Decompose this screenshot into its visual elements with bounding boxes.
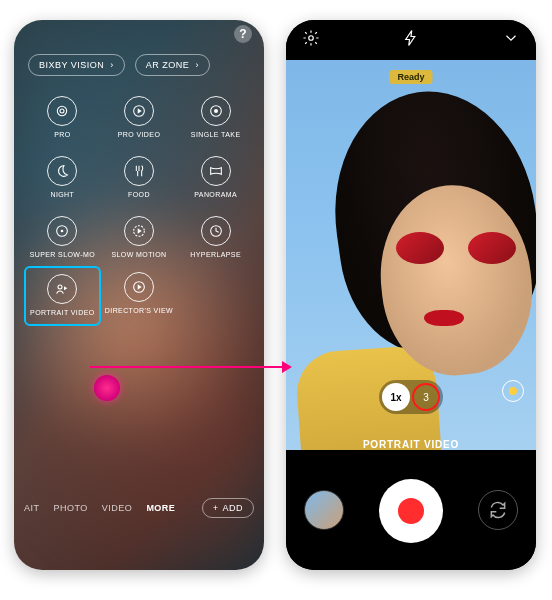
svg-point-11: [58, 285, 62, 289]
add-label: ADD: [222, 503, 243, 513]
flash-button[interactable]: [402, 29, 420, 51]
top-shortcuts: BIXBY VISION › AR ZONE ›: [14, 48, 264, 86]
mode-directors-view[interactable]: DIRECTOR'S VIEW: [101, 266, 178, 326]
mode-label: PORTRAIT VIDEO: [30, 309, 94, 316]
mode-portrait-video[interactable]: PORTRAIT VIDEO: [24, 266, 101, 326]
mode-hyperlapse[interactable]: HYPERLAPSE: [177, 210, 254, 266]
tap-indicator: [94, 375, 120, 401]
options-button[interactable]: [502, 29, 520, 51]
directors-view-icon: [124, 272, 154, 302]
mode-pro-video[interactable]: PRO VIDEO: [101, 90, 178, 146]
zoom-1x-button[interactable]: 1x: [382, 383, 410, 411]
mode-label: PRO: [54, 131, 70, 138]
mode-night[interactable]: NIGHT: [24, 150, 101, 206]
mode-panorama[interactable]: PANORAMA: [177, 150, 254, 206]
mode-tabs: AIT PHOTO VIDEO MORE + ADD: [14, 498, 264, 518]
svg-point-15: [309, 36, 314, 41]
current-mode-label: PORTRAIT VIDEO: [286, 439, 536, 450]
svg-marker-3: [138, 108, 142, 113]
mode-super-slow-mo[interactable]: SUPER SLOW-MO: [24, 210, 101, 266]
panorama-icon: [201, 156, 231, 186]
ready-badge: Ready: [389, 70, 432, 84]
camera-top-bar: [286, 20, 536, 60]
mode-label: PRO VIDEO: [118, 131, 161, 138]
mode-grid-row-1: PRO PRO VIDEO SINGLE TAKE: [14, 86, 264, 146]
svg-point-5: [214, 109, 218, 113]
zoom-3x-button[interactable]: 3: [412, 383, 440, 411]
mode-label: SUPER SLOW-MO: [30, 251, 95, 258]
mode-label: SINGLE TAKE: [191, 131, 241, 138]
effects-icon: [509, 387, 517, 395]
camera-bottom-bar: [286, 452, 536, 570]
svg-point-1: [60, 109, 64, 113]
pro-icon: [47, 96, 77, 126]
preview-subject: [424, 310, 464, 326]
pro-video-icon: [124, 96, 154, 126]
svg-marker-12: [64, 286, 67, 290]
zoom-selector: 1x 3: [379, 380, 443, 414]
slow-motion-icon: [124, 216, 154, 246]
portrait-video-icon: [47, 274, 77, 304]
switch-camera-icon: [488, 500, 508, 520]
hyperlapse-icon: [201, 216, 231, 246]
pill-label: BIXBY VISION: [39, 60, 104, 70]
plus-icon: +: [213, 503, 219, 513]
mode-label: FOOD: [128, 191, 150, 198]
tab-more[interactable]: MORE: [146, 503, 175, 513]
gallery-thumbnail[interactable]: [304, 490, 344, 530]
single-take-icon: [201, 96, 231, 126]
record-icon: [398, 498, 424, 524]
mode-grid-row-4: PORTRAIT VIDEO DIRECTOR'S VIEW: [14, 266, 264, 326]
preview-subject: [396, 232, 516, 268]
mode-pro[interactable]: PRO: [24, 90, 101, 146]
help-button[interactable]: ?: [234, 25, 252, 43]
ar-zone-button[interactable]: AR ZONE ›: [135, 54, 210, 76]
chevron-down-icon: [502, 29, 520, 47]
chevron-right-icon: ›: [110, 60, 114, 70]
svg-marker-9: [138, 228, 142, 233]
mode-grid-row-3: SUPER SLOW-MO SLOW MOTION HYPERLAPSE: [14, 206, 264, 266]
settings-button[interactable]: [302, 29, 320, 51]
mode-single-take[interactable]: SINGLE TAKE: [177, 90, 254, 146]
mode-grid-row-2: NIGHT FOOD PANORAMA: [14, 146, 264, 206]
gear-icon: [302, 29, 320, 47]
svg-point-0: [58, 106, 67, 115]
mode-label: NIGHT: [50, 191, 74, 198]
mode-slow-motion[interactable]: SLOW MOTION: [101, 210, 178, 266]
phone-right: Ready 1x 3 PORTRAIT VIDEO: [286, 20, 536, 570]
bixby-vision-button[interactable]: BIXBY VISION ›: [28, 54, 125, 76]
mode-label: SLOW MOTION: [112, 251, 167, 258]
mode-food[interactable]: FOOD: [101, 150, 178, 206]
shutter-button[interactable]: [379, 479, 443, 543]
svg-point-7: [61, 230, 64, 233]
mode-label: DIRECTOR'S VIEW: [105, 307, 173, 314]
switch-camera-button[interactable]: [478, 490, 518, 530]
tab-ait[interactable]: AIT: [24, 503, 40, 513]
chevron-right-icon: ›: [195, 60, 199, 70]
tab-photo[interactable]: PHOTO: [54, 503, 88, 513]
night-icon: [47, 156, 77, 186]
super-slowmo-icon: [47, 216, 77, 246]
add-mode-button[interactable]: + ADD: [202, 498, 254, 518]
food-icon: [124, 156, 154, 186]
phone-left: ? BIXBY VISION › AR ZONE › PRO: [14, 20, 264, 570]
pill-label: AR ZONE: [146, 60, 190, 70]
flash-icon: [402, 29, 420, 47]
status-bar: ?: [14, 20, 264, 48]
mode-label: HYPERLAPSE: [190, 251, 241, 258]
tab-video[interactable]: VIDEO: [102, 503, 133, 513]
effects-button[interactable]: [502, 380, 524, 402]
svg-marker-14: [138, 284, 142, 289]
mode-label: PANORAMA: [194, 191, 237, 198]
